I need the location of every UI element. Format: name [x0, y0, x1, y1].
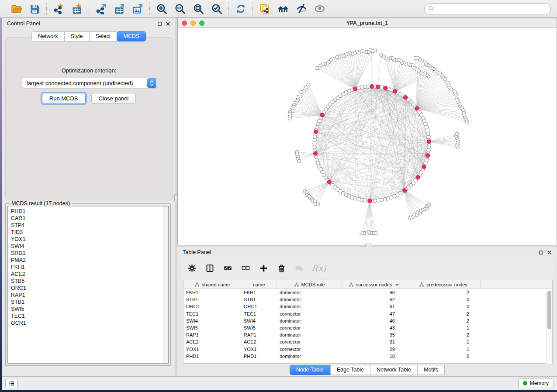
network-node-selected[interactable]	[403, 189, 407, 193]
close-panel-button[interactable]: Close panel	[91, 93, 136, 104]
network-node-selected[interactable]	[427, 140, 431, 144]
table-row[interactable]: SWI4SWI4dominator462	[183, 317, 552, 324]
select-all-button[interactable]	[222, 263, 233, 273]
network-node[interactable]	[380, 198, 384, 202]
network-node-selected[interactable]	[314, 130, 318, 134]
open-session-button[interactable]	[8, 2, 24, 15]
mcds-result-item[interactable]: SRD1	[11, 250, 165, 257]
network-node-selected[interactable]	[320, 113, 324, 117]
export-network-button[interactable]	[93, 2, 109, 15]
mcds-result-item[interactable]: STB1	[11, 299, 165, 306]
column-header-name[interactable]: name	[241, 280, 277, 289]
network-node-selected[interactable]	[353, 87, 357, 91]
network-node[interactable]	[374, 199, 377, 203]
mcds-result-item[interactable]: SWI5	[11, 306, 165, 313]
mcds-result-item[interactable]: RAP1	[11, 292, 165, 299]
zoom-selected-button[interactable]	[209, 2, 225, 15]
table-row[interactable]: PHD1PHD1dominator180	[183, 353, 552, 360]
network-node[interactable]	[426, 132, 430, 135]
mcds-result-item[interactable]: PMA2	[11, 257, 165, 264]
network-node[interactable]	[380, 53, 383, 57]
mcds-result-item[interactable]: YOX1	[11, 236, 165, 243]
network-node-selected[interactable]	[393, 89, 397, 93]
table-row[interactable]: YOX1YOX1connector291	[183, 346, 552, 353]
column-header-successor-nodes[interactable]: successor nodes	[342, 280, 406, 289]
network-node[interactable]	[377, 199, 380, 202]
network-node[interactable]	[427, 203, 431, 207]
network-canvas[interactable]	[178, 28, 557, 245]
first-neighbors-button[interactable]	[275, 2, 291, 15]
network-node[interactable]	[360, 198, 363, 202]
tab-node-table[interactable]: Node Table	[290, 365, 330, 375]
float-panel-icon[interactable]	[539, 250, 543, 255]
import-network-button[interactable]	[51, 2, 66, 15]
mcds-result-item[interactable]: PHD1	[11, 208, 165, 215]
network-node-selected[interactable]	[416, 175, 420, 179]
table-row[interactable]: STB1STB1dominator620	[183, 296, 552, 303]
network-node[interactable]	[313, 145, 316, 149]
tab-style[interactable]: Style	[64, 31, 89, 41]
network-node[interactable]	[315, 125, 318, 129]
network-node[interactable]	[427, 148, 430, 152]
table-row[interactable]: FKH1FKH1dominator962	[183, 289, 552, 296]
deselect-all-button[interactable]	[240, 263, 251, 273]
network-node[interactable]	[353, 196, 357, 200]
network-node-selected[interactable]	[384, 86, 387, 90]
table-row[interactable]: ACE2ACE2connector311	[183, 338, 552, 345]
tab-network-table[interactable]: Network Table	[370, 365, 417, 375]
mcds-result-list[interactable]: PHD1CAR1STP4TID3YOX1SWI4SRD1PMA2FKH1ACE2…	[7, 206, 169, 364]
network-node-selected[interactable]	[415, 107, 419, 110]
delete-entry-button[interactable]	[276, 263, 287, 273]
float-panel-icon[interactable]	[157, 21, 162, 26]
save-session-button[interactable]	[27, 2, 42, 15]
network-node[interactable]	[374, 231, 377, 235]
tab-select[interactable]: Select	[89, 31, 118, 41]
table-row[interactable]: RAP1RAP1dominator352	[183, 331, 552, 338]
network-node[interactable]	[313, 135, 317, 139]
export-image-button[interactable]	[130, 2, 145, 15]
network-node-selected[interactable]	[376, 85, 380, 89]
network-node[interactable]	[426, 129, 429, 132]
add-entry-button[interactable]	[258, 263, 269, 273]
network-node[interactable]	[363, 85, 367, 89]
network-node[interactable]	[414, 56, 417, 60]
close-panel-icon[interactable]	[166, 21, 170, 26]
network-node[interactable]	[313, 142, 316, 145]
network-node[interactable]	[363, 199, 367, 202]
network-node-selected[interactable]	[368, 199, 372, 203]
task-history-button[interactable]	[5, 379, 17, 388]
mcds-result-item[interactable]: ACE2	[11, 271, 165, 278]
scrollbar-thumb[interactable]	[547, 291, 551, 329]
mcds-result-item[interactable]: SWI4	[11, 243, 165, 250]
memory-button[interactable]: Memory	[518, 378, 554, 388]
network-node[interactable]	[298, 159, 301, 163]
zoom-out-button[interactable]	[172, 2, 188, 15]
network-node-selected[interactable]	[426, 154, 430, 158]
mcds-result-item[interactable]: ORC1	[11, 285, 165, 292]
column-header-predecessor-nodes[interactable]: predecessor nodes	[406, 280, 481, 289]
network-node[interactable]	[427, 135, 430, 139]
zoom-fit-button[interactable]	[190, 2, 206, 15]
tab-network[interactable]: Network	[31, 31, 64, 41]
mcds-result-item[interactable]: STP4	[11, 222, 165, 229]
network-window-titlebar[interactable]: YPA_prune.txt_1	[178, 18, 557, 28]
mcds-result-item[interactable]: TEC1	[11, 313, 165, 320]
network-node[interactable]	[357, 197, 360, 201]
table-row[interactable]: ORC1ORC1dominator610	[183, 303, 552, 310]
toggle-columns-button[interactable]	[204, 263, 215, 273]
network-node-selected[interactable]	[313, 151, 317, 155]
network-node[interactable]	[383, 197, 387, 201]
zoom-in-button[interactable]	[154, 2, 170, 15]
column-header-shared-name[interactable]: shared name	[183, 280, 241, 289]
network-node[interactable]	[357, 86, 360, 89]
mcds-result-item[interactable]: TID3	[11, 229, 165, 236]
network-node[interactable]	[425, 158, 428, 162]
tab-edge-table[interactable]: Edge Table	[330, 365, 370, 375]
close-panel-icon[interactable]	[547, 250, 552, 255]
tab-mcds[interactable]: MCDS	[117, 31, 146, 41]
column-header-MCDS-role[interactable]: MCDS role	[277, 280, 342, 289]
import-table-button[interactable]	[69, 2, 85, 15]
network-node[interactable]	[288, 117, 291, 120]
network-node[interactable]	[380, 86, 384, 89]
mcds-result-item[interactable]: CAR1	[11, 215, 165, 222]
